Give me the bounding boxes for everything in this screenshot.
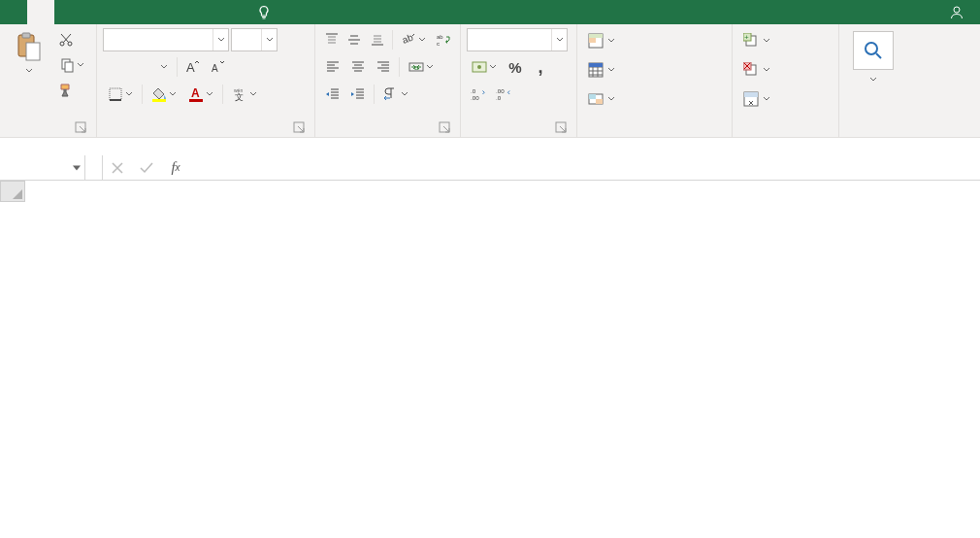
paste-button[interactable] <box>6 28 50 119</box>
accounting-format-button[interactable] <box>467 55 502 79</box>
tell-me-search[interactable] <box>245 0 289 24</box>
cut-button[interactable] <box>54 28 78 51</box>
find-select-button[interactable] <box>846 28 900 119</box>
svg-text:c: c <box>437 41 440 47</box>
tab-help[interactable] <box>217 0 245 24</box>
cell-styles-button[interactable] <box>583 86 620 112</box>
svg-rect-35 <box>589 63 603 67</box>
insert-cells-button[interactable]: + <box>738 28 775 53</box>
svg-rect-2 <box>22 33 30 38</box>
wrap-text-button[interactable]: abc <box>433 28 454 51</box>
insert-icon: + <box>743 33 759 49</box>
percent-button[interactable]: % <box>504 55 527 79</box>
spreadsheet-grid <box>0 181 980 202</box>
decrease-font-button[interactable]: A <box>207 55 230 79</box>
formula-input[interactable] <box>190 155 980 180</box>
align-right-icon <box>376 59 391 75</box>
ribbon: A A A wén文 ab abc <box>0 24 980 138</box>
tab-insert[interactable] <box>54 0 82 24</box>
conditional-formatting-button[interactable] <box>583 28 620 53</box>
align-top-icon <box>324 32 340 48</box>
select-all-corner[interactable] <box>0 181 25 202</box>
font-size-dropdown[interactable] <box>231 28 278 51</box>
lightbulb-icon <box>256 5 272 20</box>
svg-point-25 <box>477 65 481 69</box>
decrease-indent-button[interactable] <box>321 83 344 106</box>
table-icon <box>588 62 604 78</box>
align-right-button[interactable] <box>372 55 395 79</box>
borders-button[interactable] <box>103 83 138 106</box>
underline-button[interactable] <box>153 55 173 79</box>
svg-point-5 <box>68 42 72 46</box>
svg-rect-7 <box>65 62 73 72</box>
font-name-dropdown[interactable] <box>103 28 229 51</box>
clipboard-launcher[interactable] <box>75 121 88 135</box>
comma-icon: , <box>538 57 542 78</box>
svg-rect-11 <box>110 88 121 100</box>
svg-rect-32 <box>589 34 603 38</box>
font-launcher[interactable] <box>293 121 307 135</box>
increase-decimal-button[interactable]: .0.00 <box>467 83 490 106</box>
tab-data[interactable] <box>136 0 163 24</box>
fill-color-button[interactable] <box>147 83 181 106</box>
format-as-table-button[interactable] <box>583 57 620 83</box>
scissors-icon <box>58 32 74 48</box>
comma-button[interactable]: , <box>529 55 552 79</box>
font-increase-icon: A <box>185 59 201 75</box>
cancel-formula-button[interactable] <box>103 155 132 180</box>
copy-button[interactable] <box>54 53 89 77</box>
number-format-dropdown[interactable] <box>467 28 568 51</box>
check-icon <box>139 161 154 175</box>
person-icon <box>949 5 964 20</box>
svg-text:+: + <box>744 33 749 42</box>
merge-center-button[interactable]: a <box>404 55 439 79</box>
bold-button[interactable] <box>103 55 126 79</box>
rtl-icon <box>383 86 399 102</box>
svg-rect-33 <box>589 38 596 43</box>
tab-view[interactable] <box>190 0 217 24</box>
svg-text:A: A <box>191 86 200 100</box>
tab-home[interactable] <box>27 0 54 24</box>
align-left-button[interactable] <box>321 55 344 79</box>
svg-text:ab: ab <box>437 34 443 40</box>
conditional-icon <box>588 33 604 49</box>
increase-font-button[interactable]: A <box>181 55 205 79</box>
svg-text:.0: .0 <box>496 94 502 101</box>
delete-cells-button[interactable] <box>738 57 775 83</box>
align-top-button[interactable] <box>321 28 343 51</box>
merge-icon: a <box>408 59 424 75</box>
alignment-launcher[interactable] <box>439 121 452 135</box>
insert-function-button[interactable]: fx <box>161 155 190 180</box>
tab-page-layout[interactable] <box>82 0 109 24</box>
svg-rect-14 <box>189 99 203 102</box>
tab-review[interactable] <box>163 0 190 24</box>
italic-button[interactable] <box>128 55 151 79</box>
tab-file[interactable] <box>0 0 27 24</box>
format-cells-button[interactable] <box>738 86 775 112</box>
align-bottom-button[interactable] <box>367 28 388 51</box>
rtl-button[interactable] <box>378 83 413 106</box>
svg-rect-45 <box>744 92 758 97</box>
orientation-button[interactable]: ab <box>396 28 431 51</box>
align-center-button[interactable] <box>346 55 370 79</box>
group-clipboard <box>0 24 97 137</box>
enter-formula-button[interactable] <box>132 155 161 180</box>
group-number: % , .0.00 .00.0 <box>461 24 577 137</box>
align-left-icon <box>325 59 341 75</box>
share-button[interactable] <box>937 0 980 24</box>
svg-text:.0: .0 <box>471 87 476 94</box>
phonetic-button[interactable]: wén文 <box>227 83 262 106</box>
font-color-button[interactable]: A <box>183 83 218 106</box>
percent-icon: % <box>508 59 521 76</box>
decrease-decimal-button[interactable]: .00.0 <box>492 83 515 106</box>
align-bottom-icon <box>370 32 385 48</box>
format-painter-button[interactable] <box>54 79 78 102</box>
name-box[interactable] <box>0 155 85 180</box>
align-middle-button[interactable] <box>344 28 366 51</box>
brush-icon <box>58 83 74 98</box>
wrap-text-icon: abc <box>436 32 451 48</box>
number-launcher[interactable] <box>555 121 569 135</box>
tab-formulas[interactable] <box>109 0 136 24</box>
increase-indent-button[interactable] <box>346 83 370 106</box>
search-icon <box>863 40 884 61</box>
